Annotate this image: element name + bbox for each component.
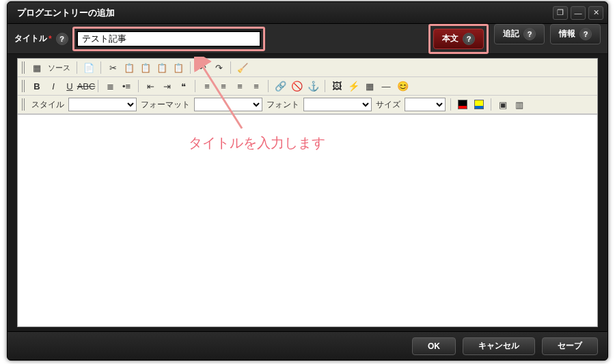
size-select[interactable] (405, 98, 446, 111)
separator (77, 61, 77, 74)
separator (230, 61, 231, 74)
help-icon[interactable]: ? (579, 28, 592, 40)
font-select[interactable] (303, 98, 372, 111)
separator (325, 80, 325, 92)
tab-body-highlight: 本文 ? (428, 24, 489, 54)
separator (138, 80, 139, 92)
hr-icon[interactable]: — (379, 79, 393, 93)
showblocks-icon[interactable]: ▥ (512, 98, 526, 111)
unordered-list-icon[interactable]: •≡ (120, 79, 133, 93)
editor-body[interactable]: タイトルを入力します (18, 114, 597, 326)
redo-icon[interactable]: ↷ (212, 61, 226, 74)
paste-text-icon[interactable]: 📋 (155, 61, 169, 74)
tab-note-label: 追記 (503, 28, 519, 40)
dialog-footer: OK キャンセル セーブ (8, 331, 607, 360)
tab-body-label: 本文 (442, 33, 459, 44)
font-label: フォント (265, 99, 301, 111)
tab-body[interactable]: 本文 ? (433, 29, 484, 49)
paste-word-icon[interactable]: 📋 (172, 61, 185, 74)
title-label: タイトル * (14, 33, 52, 44)
table-icon[interactable]: ▦ (363, 79, 377, 93)
tab-info[interactable]: 情報 ? (550, 24, 601, 44)
tab-note[interactable]: 追記 ? (494, 24, 545, 44)
textcolor-icon[interactable] (456, 98, 469, 111)
smiley-icon[interactable]: 😊 (396, 79, 409, 93)
outdent-icon[interactable]: ⇤ (144, 79, 157, 93)
cancel-button[interactable]: キャンセル (463, 337, 535, 355)
undo-icon[interactable]: ↶ (195, 61, 209, 74)
separator (195, 80, 195, 92)
cut-icon[interactable]: ✂ (106, 61, 120, 74)
style-select[interactable] (68, 98, 137, 111)
dialog-window: プログエントリーの追加 ❐ — ✕ タイトル * ? 本文 ? 追記 ? (7, 1, 608, 361)
size-label: サイズ (374, 99, 402, 111)
newpage-icon[interactable]: 📄 (82, 61, 96, 74)
strike-icon[interactable]: ABC (79, 79, 93, 93)
unlink-icon[interactable]: 🚫 (290, 79, 303, 93)
dialog-title: プログエントリーの追加 (17, 7, 550, 19)
separator (98, 80, 98, 92)
close-button[interactable]: ✕ (588, 6, 603, 20)
align-justify-icon[interactable]: ≡ (249, 79, 263, 93)
bold-icon[interactable]: B (30, 79, 44, 93)
source-label: ソース (46, 63, 72, 73)
toolbar-grip (22, 98, 26, 111)
paste-icon[interactable]: 📋 (139, 61, 152, 74)
flash-icon[interactable]: ⚡ (346, 79, 360, 93)
form-row: タイトル * ? 本文 ? 追記 ? 情報 ? (8, 24, 607, 54)
separator (450, 98, 451, 111)
title-input[interactable] (77, 31, 261, 47)
tab-info-label: 情報 (559, 28, 575, 40)
help-icon[interactable]: ? (463, 33, 475, 45)
separator (100, 61, 101, 74)
align-left-icon[interactable]: ≡ (200, 79, 214, 93)
link-icon[interactable]: 🔗 (273, 79, 287, 93)
richtext-editor: ▦ ソース 📄 ✂ 📋 📋 📋 📋 ↶ ↷ 🧹 B I U ABC ≣ •≡ (17, 58, 598, 327)
toolbar-row-3: スタイル フォーマット フォント サイズ ▣ ▥ (18, 96, 597, 114)
ordered-list-icon[interactable]: ≣ (103, 79, 117, 93)
minimize-button[interactable]: — (571, 6, 586, 20)
title-input-highlight (72, 27, 265, 51)
help-icon[interactable]: ? (56, 33, 68, 45)
titlebar: プログエントリーの追加 ❐ — ✕ (8, 2, 607, 24)
copy-icon[interactable]: 📋 (122, 61, 136, 74)
format-label: フォーマット (139, 99, 191, 111)
maximize-editor-icon[interactable]: ▣ (496, 98, 510, 111)
indent-icon[interactable]: ⇥ (160, 79, 174, 93)
bgcolor-icon[interactable] (472, 98, 486, 111)
separator (268, 80, 269, 92)
toolbar-grip (22, 80, 26, 92)
title-label-text: タイトル (14, 33, 47, 44)
ok-button[interactable]: OK (412, 337, 456, 355)
tabbar: 本文 ? 追記 ? 情報 ? (428, 24, 601, 54)
required-mark: * (49, 34, 52, 44)
toolbar-grip (22, 61, 26, 74)
separator (190, 61, 191, 74)
anchor-icon[interactable]: ⚓ (306, 79, 320, 93)
save-button[interactable]: セーブ (542, 337, 598, 355)
align-right-icon[interactable]: ≡ (233, 79, 247, 93)
format-select[interactable] (194, 98, 262, 111)
underline-icon[interactable]: U (63, 79, 77, 93)
help-icon[interactable]: ? (523, 28, 536, 40)
toolbar-row-2: B I U ABC ≣ •≡ ⇤ ⇥ ❝ ≡ ≡ ≡ ≡ 🔗 🚫 ⚓ 🖼 ⚡ ▦… (18, 77, 597, 96)
blockquote-icon[interactable]: ❝ (176, 79, 190, 93)
annotation-text: タイトルを入力します (189, 134, 325, 152)
removeformat-icon[interactable]: 🧹 (236, 61, 249, 74)
toolbar-row-1: ▦ ソース 📄 ✂ 📋 📋 📋 📋 ↶ ↷ 🧹 (18, 59, 597, 77)
align-center-icon[interactable]: ≡ (217, 79, 230, 93)
italic-icon[interactable]: I (46, 79, 60, 93)
source-icon[interactable]: ▦ (30, 61, 44, 74)
image-icon[interactable]: 🖼 (330, 79, 344, 93)
separator (491, 98, 491, 111)
maximize-button[interactable]: ❐ (553, 6, 568, 20)
style-label: スタイル (30, 99, 66, 111)
